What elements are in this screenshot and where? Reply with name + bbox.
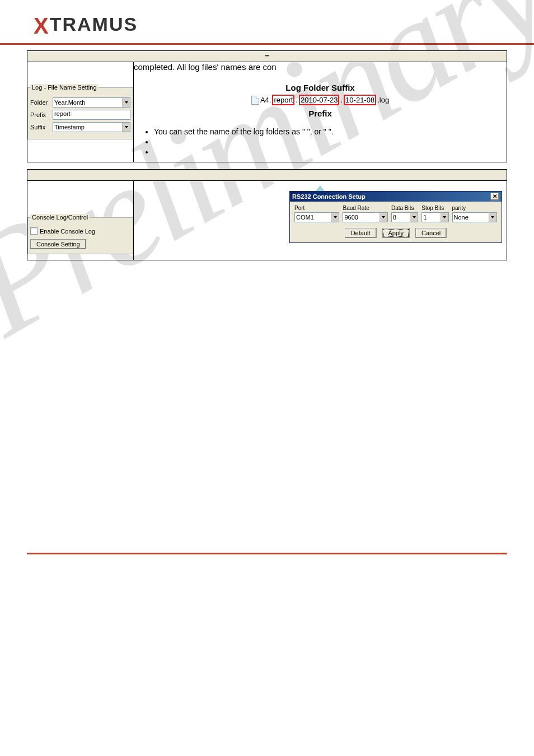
chevron-down-icon xyxy=(122,123,130,132)
section2-header xyxy=(27,169,507,180)
folder-label: Folder xyxy=(30,99,49,106)
rs232-dialog: RS232 Connection Setup ✕ Port COM1 xyxy=(289,191,502,243)
apply-button[interactable]: Apply xyxy=(382,228,410,238)
parity-select[interactable]: None xyxy=(452,212,497,222)
fd-ext: .log xyxy=(377,96,389,104)
suffix-select-value: Timestamp xyxy=(54,124,85,130)
rs232-titlebar: RS232 Connection Setup ✕ xyxy=(290,192,502,202)
fd-time-box: 10-21-08 xyxy=(344,95,376,105)
cancel-button[interactable]: Cancel xyxy=(415,228,447,238)
fd-a4: A4. xyxy=(260,96,271,104)
stopbits-label: Stop Bits xyxy=(421,205,448,211)
folder-select[interactable]: Year.Month xyxy=(53,97,130,108)
parity-value: None xyxy=(454,214,469,221)
baud-select[interactable]: 9600 xyxy=(343,212,387,222)
console-setting-button[interactable]: Console Setting xyxy=(30,239,86,249)
databits-value: 8 xyxy=(393,214,396,221)
port-value: COM1 xyxy=(296,214,314,221)
stopbits-value: 1 xyxy=(423,214,427,221)
console-log-panel: Console Log/Control Enable Console Log C… xyxy=(27,169,507,260)
log-file-name-groupbox: Log - File Name Setting Folder Year.Mont… xyxy=(27,84,133,139)
chevron-down-icon xyxy=(380,213,387,222)
prefix-input[interactable]: report xyxy=(53,110,130,120)
file-icon xyxy=(251,96,259,105)
page-header: XTRAMUS xyxy=(0,0,534,45)
section1-bullets: You can set the name of the log folders … xyxy=(134,124,507,162)
chevron-down-icon xyxy=(410,213,418,222)
chevron-down-icon xyxy=(331,213,339,222)
prefix-label: Prefix xyxy=(30,111,49,118)
bullet-item: You can set the name of the log folders … xyxy=(154,127,507,136)
port-label: Port xyxy=(294,205,339,211)
fd-top-labels: Log Folder Suffix xyxy=(134,83,507,92)
console-log-legend: Console Log/Control xyxy=(30,214,90,221)
suffix-label: Suffix xyxy=(30,124,49,130)
suffix-select[interactable]: Timestamp xyxy=(53,122,130,132)
fd-date-box: 2010-07-23 xyxy=(299,95,340,105)
console-log-groupbox: Console Log/Control Enable Console Log C… xyxy=(27,214,133,254)
baud-value: 9600 xyxy=(344,214,358,221)
parity-label: parity xyxy=(452,205,497,211)
databits-label: Data Bits xyxy=(391,205,418,211)
baud-label: Baud Rate xyxy=(343,205,387,211)
bullet-item xyxy=(154,147,507,156)
footer-divider xyxy=(27,553,507,554)
fd-prefix-box: report xyxy=(272,95,294,105)
filename-diagram: Log Folder Suffix A4.report.2010-07-23.1… xyxy=(134,72,507,124)
port-select[interactable]: COM1 xyxy=(294,212,339,222)
stopbits-select[interactable]: 1 xyxy=(421,212,448,222)
folder-select-value: Year.Month xyxy=(54,99,85,106)
chevron-down-icon xyxy=(489,213,496,222)
bullet-item xyxy=(154,137,507,146)
rs232-title-text: RS232 Connection Setup xyxy=(292,193,366,200)
checkbox-box-icon xyxy=(30,227,38,235)
enable-console-log-checkbox[interactable]: Enable Console Log xyxy=(30,227,95,235)
chevron-down-icon xyxy=(122,98,130,107)
chevron-down-icon xyxy=(441,213,448,222)
default-button[interactable]: Default xyxy=(345,228,377,238)
databits-select[interactable]: 8 xyxy=(391,212,418,222)
fd-prefix-label: Prefix xyxy=(134,109,507,118)
callout-arrow-icon xyxy=(316,185,325,191)
logo-rest: TRAMUS xyxy=(50,13,138,35)
logo-x: X xyxy=(34,13,50,38)
brand-logo: XTRAMUS xyxy=(34,13,500,39)
log-file-name-legend: Log - File Name Setting xyxy=(30,84,99,91)
enable-console-log-label: Enable Console Log xyxy=(40,228,95,235)
section1-header: – xyxy=(27,51,507,62)
log-file-name-panel: – Log - File Name Setting Folder Year.Mo… xyxy=(27,50,507,162)
close-icon[interactable]: ✕ xyxy=(490,193,499,200)
section1-description: completed. All log files' names are con xyxy=(134,62,507,72)
